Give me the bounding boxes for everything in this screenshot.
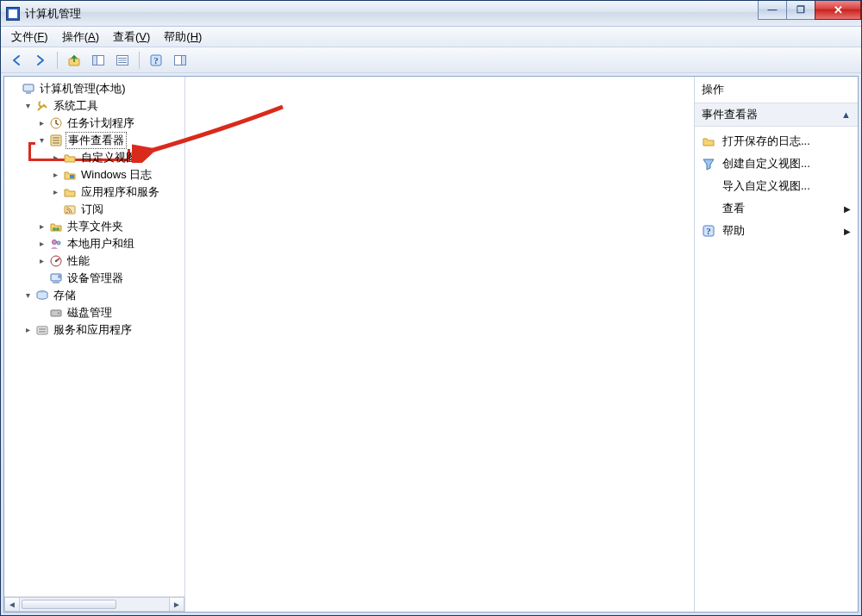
app-window: 计算机管理 — ❐ ✕ 文件(F) 操作(A) 查看(V) 帮助(H) <box>0 0 862 616</box>
panel-right-icon <box>173 53 187 67</box>
scroll-thumb[interactable] <box>22 600 116 609</box>
minimize-button[interactable]: — <box>758 1 787 20</box>
tree-custom-views[interactable]: ▸ 自定义视图 <box>49 149 184 166</box>
actions-list: 打开保存的日志... 创建自定义视图... 导入自定义视图... 查看 ▶ ? <box>695 127 858 246</box>
tree-app-service-logs[interactable]: ▸ 应用程序和服务 <box>49 184 184 201</box>
panel-tree-icon <box>91 53 105 67</box>
panel-list-icon <box>116 53 129 67</box>
arrow-right-icon <box>34 53 47 67</box>
minimize-icon: — <box>768 5 778 15</box>
svg-text:?: ? <box>153 55 159 65</box>
menu-view[interactable]: 查看(V) <box>108 28 155 47</box>
tree-shared-folders[interactable]: ▸ 共享文件夹 <box>35 218 184 235</box>
computer-icon <box>22 82 35 96</box>
show-hide-tree-button[interactable] <box>88 50 109 71</box>
tree-event-viewer[interactable]: ▾ 事件查看器 <box>35 132 184 149</box>
collapse-icon: ▲ <box>841 109 851 120</box>
menu-action[interactable]: 操作(A) <box>57 28 104 47</box>
toolbar-separator <box>139 52 140 69</box>
actions-section-header[interactable]: 事件查看器 ▲ <box>695 103 858 127</box>
expander-icon[interactable]: ▾ <box>23 101 33 110</box>
tree-root[interactable]: ▶ 计算机管理(本地) <box>8 80 184 97</box>
submenu-arrow-icon: ▶ <box>844 204 851 214</box>
svg-point-23 <box>53 240 57 245</box>
nav-tree[interactable]: ▶ 计算机管理(本地) ▾ <box>4 77 184 596</box>
tree-subscriptions[interactable]: ▶ 订阅 <box>49 201 184 218</box>
tree-task-scheduler[interactable]: ▸ 任务计划程序 <box>35 115 184 132</box>
action-help[interactable]: ? 帮助 ▶ <box>695 220 858 242</box>
titlebar[interactable]: 计算机管理 — ❐ ✕ <box>1 1 861 27</box>
nav-back-button[interactable] <box>6 50 27 71</box>
expander-icon[interactable]: ▾ <box>23 290 33 300</box>
filter-icon <box>702 157 715 171</box>
expander-icon[interactable]: ▸ <box>37 221 47 231</box>
svg-rect-10 <box>182 55 186 65</box>
svg-rect-12 <box>26 92 31 94</box>
window-title: 计算机管理 <box>25 6 81 22</box>
svg-rect-31 <box>51 310 61 316</box>
tree-disk-management[interactable]: ▶ 磁盘管理 <box>35 304 184 321</box>
scroll-track[interactable] <box>20 597 169 612</box>
shared-folder-icon <box>49 220 63 233</box>
tree-windows-logs[interactable]: ▸ Windows 日志 <box>49 166 184 184</box>
svg-text:?: ? <box>706 226 711 236</box>
toolbar: ? <box>1 47 861 73</box>
expander-icon[interactable]: ▸ <box>51 152 60 162</box>
up-level-button[interactable] <box>64 50 84 71</box>
svg-rect-35 <box>39 331 46 333</box>
blank-icon <box>702 179 715 193</box>
tree-pane: ▶ 计算机管理(本地) ▾ <box>4 77 185 612</box>
open-folder-icon <box>702 134 715 148</box>
expander-icon[interactable]: ▸ <box>37 256 47 265</box>
maximize-button[interactable]: ❐ <box>786 1 815 20</box>
tree-system-tools[interactable]: ▾ 系统工具 <box>22 97 184 115</box>
tree-local-users[interactable]: ▸ 本地用户和组 <box>35 235 184 252</box>
help-button[interactable]: ? <box>146 50 166 71</box>
svg-rect-34 <box>39 328 46 330</box>
action-view-submenu[interactable]: 查看 ▶ <box>695 197 858 220</box>
svg-point-24 <box>57 241 60 245</box>
window-controls: — ❐ ✕ <box>759 1 861 20</box>
expander-icon[interactable]: ▸ <box>23 325 33 334</box>
menu-file[interactable]: 文件(F) <box>6 28 53 47</box>
device-manager-icon <box>49 271 63 285</box>
svg-rect-2 <box>93 55 97 65</box>
scroll-left-button[interactable]: ◄ <box>4 597 20 612</box>
actions-pane: 操作 事件查看器 ▲ 打开保存的日志... 创建自定义视图... 导入自定义视图… <box>694 77 858 612</box>
svg-point-20 <box>66 212 68 214</box>
client-area: ▶ 计算机管理(本地) ▾ <box>3 76 859 613</box>
expander-icon[interactable]: ▸ <box>37 118 47 128</box>
properties-button[interactable] <box>112 50 133 71</box>
action-create-custom-view[interactable]: 创建自定义视图... <box>695 152 858 175</box>
action-import-custom-view[interactable]: 导入自定义视图... <box>695 175 858 197</box>
blank-icon <box>702 202 715 215</box>
tree-horizontal-scrollbar[interactable]: ◄ ► <box>4 596 184 612</box>
nav-forward-button[interactable] <box>30 50 51 71</box>
help-icon: ? <box>149 53 163 67</box>
expander-icon[interactable]: ▸ <box>51 187 60 196</box>
disk-icon <box>49 306 63 320</box>
tree-storage[interactable]: ▾ 存储 <box>22 287 184 304</box>
expander-icon[interactable]: ▸ <box>51 170 60 179</box>
tree-device-manager[interactable]: ▶ 设备管理器 <box>35 270 184 287</box>
svg-rect-33 <box>37 327 47 334</box>
clock-icon <box>49 116 63 130</box>
storage-icon <box>35 289 49 302</box>
expander-icon[interactable]: ▸ <box>37 239 47 248</box>
users-icon <box>49 237 63 251</box>
app-icon <box>6 7 20 21</box>
svg-rect-28 <box>53 282 59 283</box>
performance-icon <box>49 254 63 268</box>
tree-services-apps[interactable]: ▸ 服务和应用程序 <box>22 321 184 339</box>
scroll-right-button[interactable]: ► <box>169 597 184 612</box>
svg-rect-18 <box>70 175 74 178</box>
menu-help[interactable]: 帮助(H) <box>159 28 207 47</box>
expander-icon[interactable]: ▾ <box>37 135 47 145</box>
tree-performance[interactable]: ▸ 性能 <box>35 252 184 270</box>
menubar: 文件(F) 操作(A) 查看(V) 帮助(H) <box>1 27 861 47</box>
show-actions-pane-button[interactable] <box>170 50 191 71</box>
close-button[interactable]: ✕ <box>815 1 861 20</box>
action-open-saved-log[interactable]: 打开保存的日志... <box>695 130 858 152</box>
folder-icon <box>63 185 77 199</box>
arrow-left-icon <box>9 53 23 67</box>
